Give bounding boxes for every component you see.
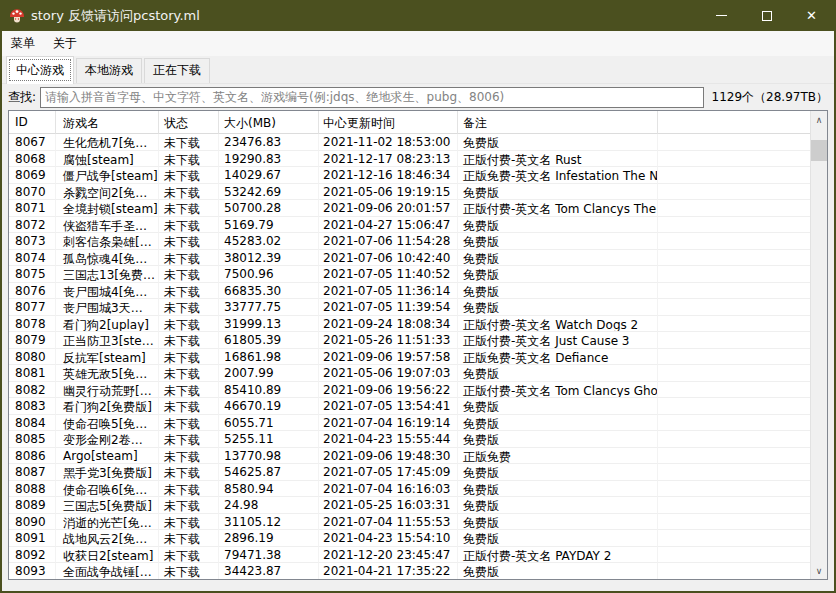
cell-remark: 免费版 bbox=[458, 398, 658, 415]
cell-size: 8580.94 bbox=[219, 481, 319, 498]
table-row[interactable]: 8086Argo[steam]未下载13770.982021-09-06 19:… bbox=[9, 448, 810, 465]
scrollbar-track[interactable] bbox=[811, 128, 827, 562]
cell-id: 8071 bbox=[9, 200, 56, 217]
table-row[interactable]: 8090消逝的光芒[免…未下载31105.122021-07-04 11:55:… bbox=[9, 514, 810, 531]
cell-status: 未下载 bbox=[159, 481, 219, 498]
cell-status: 未下载 bbox=[159, 299, 219, 316]
column-header-status[interactable]: 状态 bbox=[159, 111, 219, 134]
cell-size: 61805.39 bbox=[219, 332, 319, 349]
cell-name: 看门狗2[免费版] bbox=[56, 398, 159, 415]
scroll-up-icon[interactable]: ∧ bbox=[811, 111, 827, 128]
cell-extra bbox=[658, 349, 810, 366]
cell-size: 33777.75 bbox=[219, 299, 319, 316]
table-row[interactable]: 8083看门狗2[免费版]未下载46670.192021-07-05 13:54… bbox=[9, 398, 810, 415]
maximize-button[interactable] bbox=[744, 0, 789, 31]
cell-extra bbox=[658, 431, 810, 448]
cell-extra bbox=[658, 217, 810, 234]
cell-remark: 正版免费-英文名 Infestation The N… bbox=[458, 167, 658, 184]
column-header-remark[interactable]: 备注 bbox=[458, 111, 658, 134]
cell-id: 8086 bbox=[9, 448, 56, 465]
cell-remark: 免费版 bbox=[458, 266, 658, 283]
column-header-time[interactable]: 中心更新时间 bbox=[319, 111, 458, 134]
menu-item-menu[interactable]: 菜单 bbox=[2, 31, 44, 56]
cell-status: 未下载 bbox=[159, 464, 219, 481]
close-button[interactable]: ✕ bbox=[789, 0, 834, 31]
cell-name: 刺客信条枭雄[… bbox=[56, 233, 159, 250]
column-header-id[interactable]: ID bbox=[9, 111, 56, 134]
cell-size: 53242.69 bbox=[219, 184, 319, 201]
table-row[interactable]: 8089三国志5[免费版]未下载24.982021-05-25 16:03:31… bbox=[9, 497, 810, 514]
cell-id: 8068 bbox=[9, 151, 56, 168]
cell-extra bbox=[658, 299, 810, 316]
table-row[interactable]: 8088使命召唤6[免…未下载8580.942021-07-04 16:16:0… bbox=[9, 481, 810, 498]
cell-extra bbox=[658, 184, 810, 201]
table-row[interactable]: 8091战地风云2[免…未下载2896.192021-04-23 15:54:1… bbox=[9, 530, 810, 547]
table-row[interactable]: 8080反抗军[steam]未下载16861.982021-09-06 19:5… bbox=[9, 349, 810, 366]
table-row[interactable]: 8084使命召唤5[免…未下载6055.712021-07-04 16:19:1… bbox=[9, 415, 810, 432]
cell-size: 16861.98 bbox=[219, 349, 319, 366]
vertical-scrollbar[interactable]: ∧ ∨ bbox=[810, 111, 827, 579]
menu-item-about[interactable]: 关于 bbox=[44, 31, 86, 56]
cell-time: 2021-07-06 11:54:28 bbox=[319, 233, 458, 250]
table-row[interactable]: 8076丧尸围城4[免…未下载66835.302021-07-05 11:36:… bbox=[9, 283, 810, 300]
cell-status: 未下载 bbox=[159, 233, 219, 250]
table-row[interactable]: 8069僵尸战争[steam]未下载14029.672021-12-16 18:… bbox=[9, 167, 810, 184]
table-row[interactable]: 8085变形金刚2卷…未下载5255.112021-04-23 15:55:44… bbox=[9, 431, 810, 448]
table-row[interactable]: 8071全境封锁[steam]未下载50700.282021-09-06 20:… bbox=[9, 200, 810, 217]
cell-name: 丧尸围城3天… bbox=[56, 299, 159, 316]
cell-status: 未下载 bbox=[159, 266, 219, 283]
table-row[interactable]: 8077丧尸围城3天…未下载33777.752021-07-05 11:39:5… bbox=[9, 299, 810, 316]
cell-name: 三国志5[免费版] bbox=[56, 497, 159, 514]
table-row[interactable]: 8079正当防卫3[ste…未下载61805.392021-05-26 11:5… bbox=[9, 332, 810, 349]
tab-center-games[interactable]: 中心游戏 bbox=[6, 56, 74, 84]
cell-extra bbox=[658, 547, 810, 564]
cell-time: 2021-12-16 18:46:34 bbox=[319, 167, 458, 184]
table-row[interactable]: 8082幽灵行动荒野[…未下载85410.892021-09-06 19:56:… bbox=[9, 382, 810, 399]
cell-remark: 免费版 bbox=[458, 365, 658, 382]
table-row[interactable]: 8067生化危机7[免…未下载23476.832021-11-02 18:53:… bbox=[9, 134, 810, 151]
cell-id: 8075 bbox=[9, 266, 56, 283]
tab-local-games[interactable]: 本地游戏 bbox=[76, 58, 142, 83]
menubar: 菜单 关于 bbox=[2, 31, 834, 56]
cell-name: 全境封锁[steam] bbox=[56, 200, 159, 217]
cell-size: 5255.11 bbox=[219, 431, 319, 448]
cell-time: 2021-07-05 13:54:41 bbox=[319, 398, 458, 415]
cell-extra bbox=[658, 266, 810, 283]
cell-size: 5169.79 bbox=[219, 217, 319, 234]
table-row[interactable]: 8074孤岛惊魂4[免…未下载38012.392021-07-06 10:42:… bbox=[9, 250, 810, 267]
cell-id: 8083 bbox=[9, 398, 56, 415]
table-row[interactable]: 8068腐蚀[steam]未下载19290.832021-12-17 08:23… bbox=[9, 151, 810, 168]
cell-remark: 免费版 bbox=[458, 563, 658, 579]
cell-size: 45283.02 bbox=[219, 233, 319, 250]
cell-time: 2021-09-06 19:48:30 bbox=[319, 448, 458, 465]
table-row[interactable]: 8070杀戮空间2[免…未下载53242.692021-05-06 19:19:… bbox=[9, 184, 810, 201]
cell-name: 收获日2[steam] bbox=[56, 547, 159, 564]
search-input[interactable] bbox=[40, 87, 703, 108]
table-row[interactable]: 8081英雄无敌5[免…未下载2007.992021-05-06 19:07:0… bbox=[9, 365, 810, 382]
cell-time: 2021-09-06 19:56:22 bbox=[319, 382, 458, 399]
table-row[interactable]: 8078看门狗2[uplay]未下载31999.132021-09-24 18:… bbox=[9, 316, 810, 333]
scroll-down-icon[interactable]: ∨ bbox=[811, 562, 827, 579]
cell-extra bbox=[658, 250, 810, 267]
window-title: story 反馈请访问pcstory.ml bbox=[31, 7, 200, 25]
cell-remark: 正版付费-英文名 Just Cause 3 bbox=[458, 332, 658, 349]
table-row[interactable]: 8093全面战争战锤[…未下载34423.872021-04-21 17:35:… bbox=[9, 563, 810, 579]
tab-downloading[interactable]: 正在下载 bbox=[144, 58, 210, 83]
cell-remark: 免费版 bbox=[458, 530, 658, 547]
cell-id: 8072 bbox=[9, 217, 56, 234]
table-row[interactable]: 8072侠盗猎车手圣…未下载5169.792021-04-27 15:06:47… bbox=[9, 217, 810, 234]
table-row[interactable]: 8073刺客信条枭雄[…未下载45283.022021-07-06 11:54:… bbox=[9, 233, 810, 250]
table-row[interactable]: 8087黑手党3[免费版]未下载54625.872021-07-05 17:45… bbox=[9, 464, 810, 481]
table-row[interactable]: 8092收获日2[steam]未下载79471.382021-12-20 23:… bbox=[9, 547, 810, 564]
cell-name: 全面战争战锤[… bbox=[56, 563, 159, 579]
cell-time: 2021-12-20 23:45:47 bbox=[319, 547, 458, 564]
scrollbar-thumb[interactable] bbox=[811, 140, 827, 161]
cell-size: 2896.19 bbox=[219, 530, 319, 547]
column-header-size[interactable]: 大小(MB) bbox=[219, 111, 319, 134]
mushroom-icon bbox=[9, 8, 25, 24]
table-row[interactable]: 8075三国志13[免费…未下载7500.962021-07-05 11:40:… bbox=[9, 266, 810, 283]
column-header-name[interactable]: 游戏名 bbox=[56, 111, 159, 134]
cell-remark: 正版免费 bbox=[458, 448, 658, 465]
cell-time: 2021-07-05 17:45:09 bbox=[319, 464, 458, 481]
minimize-button[interactable] bbox=[699, 0, 744, 31]
